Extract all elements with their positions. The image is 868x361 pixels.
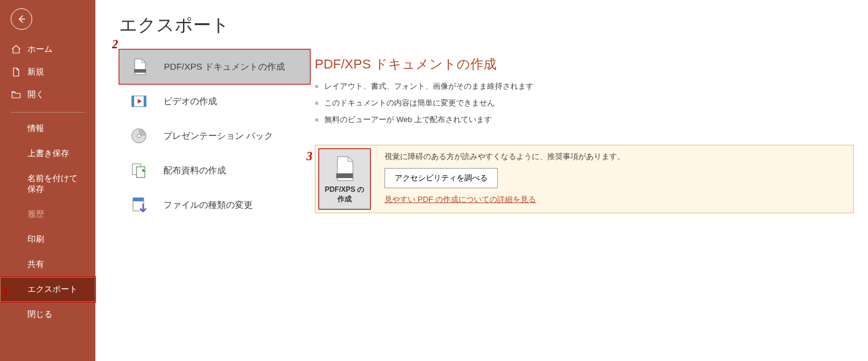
accessibility-action-box: PDF/XPS の作成 視覚に障碍のある方が読みやすくなるように、推奨事項があり… xyxy=(315,145,854,213)
svg-rect-8 xyxy=(137,167,145,178)
detail-bullet: レイアウト、書式、フォント、画像がそのまま維持されます xyxy=(315,78,854,95)
file-icon xyxy=(11,67,21,77)
nav-history: 履歴 xyxy=(0,202,95,227)
detail-title: PDF/XPS ドキュメントの作成 xyxy=(315,55,854,73)
filetype-icon xyxy=(129,195,149,215)
handout-icon xyxy=(129,160,149,181)
svg-rect-10 xyxy=(133,198,144,201)
pdf-document-icon xyxy=(322,155,367,182)
callout-2: 2 xyxy=(112,38,118,51)
detail-bullets: レイアウト、書式、フォント、画像がそのまま維持されます このドキュメントの内容は… xyxy=(315,78,854,128)
svg-point-6 xyxy=(137,134,141,138)
pdf-document-icon xyxy=(129,57,150,77)
svg-rect-11 xyxy=(336,173,353,178)
nav-open[interactable]: 開く xyxy=(0,83,95,106)
export-options-column: 2 PDF/XPS ドキュメントの作成 ビデオの作成 プレゼンテーション パック xyxy=(95,49,310,222)
export-option-handouts[interactable]: 配布資料の作成 xyxy=(119,153,310,188)
svg-rect-2 xyxy=(132,96,134,107)
nav-new[interactable]: 新規 xyxy=(0,61,95,83)
create-pdf-xps-button[interactable]: PDF/XPS の作成 xyxy=(319,149,370,209)
export-option-label: 配布資料の作成 xyxy=(163,165,226,176)
nav-share[interactable]: 共有 xyxy=(0,252,95,277)
page-title: エクスポート xyxy=(95,0,868,49)
check-accessibility-button[interactable]: アクセシビリティを調べる xyxy=(385,168,498,188)
export-option-change-filetype[interactable]: ファイルの種類の変更 xyxy=(119,188,310,222)
svg-rect-0 xyxy=(134,69,146,73)
export-option-video[interactable]: ビデオの作成 xyxy=(119,84,310,119)
arrow-left-icon xyxy=(16,14,27,24)
create-pdf-xps-label: PDF/XPS の作成 xyxy=(322,185,367,204)
disc-icon xyxy=(129,126,149,146)
folder-open-icon xyxy=(11,89,21,100)
callout-1: 1 xyxy=(2,285,8,298)
detail-bullet: このドキュメントの内容は簡単に変更できません xyxy=(315,95,854,111)
nav-label: ホーム xyxy=(27,44,52,55)
nav-info[interactable]: 情報 xyxy=(0,116,95,141)
pdf-accessibility-link[interactable]: 見やすい PDF の作成についての詳細を見る xyxy=(385,194,850,205)
nav-save-as[interactable]: 名前を付けて保存 xyxy=(0,166,95,202)
nav-label: 開く xyxy=(27,89,44,100)
backstage-sidebar: ホーム 新規 開く 情報 上書き保存 名前を付けて保存 履歴 印刷 共有 エクス… xyxy=(0,0,95,361)
nav-save[interactable]: 上書き保存 xyxy=(0,141,95,166)
export-option-package[interactable]: プレゼンテーション パック xyxy=(119,119,310,153)
export-option-pdf-xps[interactable]: PDF/XPS ドキュメントの作成 xyxy=(119,49,310,84)
home-icon xyxy=(11,44,21,55)
svg-rect-3 xyxy=(144,96,146,107)
nav-close[interactable]: 閉じる xyxy=(0,302,95,327)
export-option-label: プレゼンテーション パック xyxy=(163,130,273,142)
nav-home[interactable]: ホーム xyxy=(0,38,95,61)
detail-bullet: 無料のビューアーが Web 上で配布されています xyxy=(315,111,854,128)
nav-export[interactable]: エクスポート xyxy=(0,277,95,302)
detail-column: PDF/XPS ドキュメントの作成 レイアウト、書式、フォント、画像がそのまま維… xyxy=(310,49,868,222)
video-icon xyxy=(129,91,149,111)
divider xyxy=(11,112,85,113)
nav-label: 新規 xyxy=(27,67,44,77)
nav-print[interactable]: 印刷 xyxy=(0,227,95,252)
export-option-label: ファイルの種類の変更 xyxy=(163,200,253,211)
accessibility-description: 視覚に障碍のある方が読みやすくなるように、推奨事項があります。 xyxy=(385,151,850,162)
export-option-label: PDF/XPS ドキュメントの作成 xyxy=(164,61,285,73)
back-button[interactable] xyxy=(11,8,32,30)
export-option-label: ビデオの作成 xyxy=(163,96,217,107)
callout-3: 3 xyxy=(306,150,312,163)
main: エクスポート 2 PDF/XPS ドキュメントの作成 ビデオの作成 xyxy=(95,0,868,361)
